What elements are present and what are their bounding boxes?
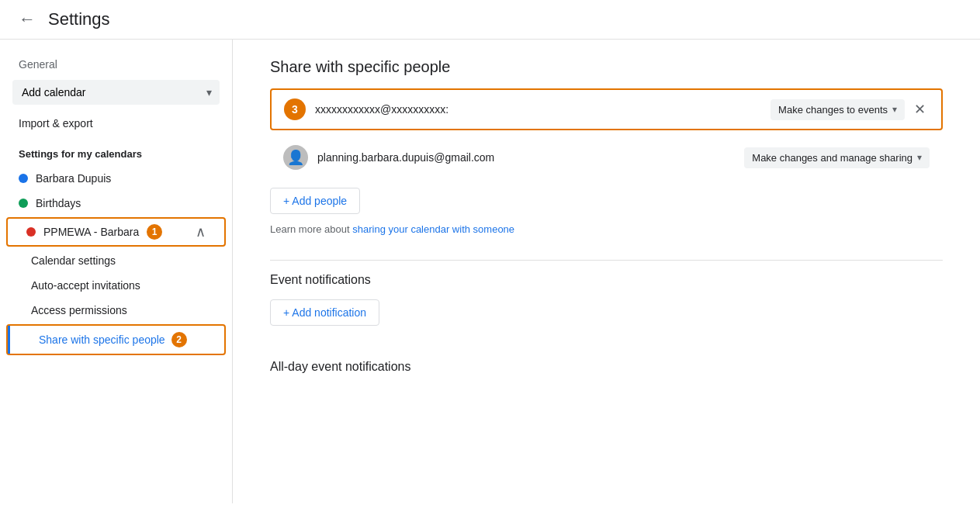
person1-permission-dropdown[interactable]: Make changes to events ▾ <box>770 99 905 120</box>
event-notifications-title: Event notifications <box>270 273 943 287</box>
chevron-down-icon-p1: ▾ <box>892 104 897 115</box>
share-specific-label: Share with specific people <box>39 333 165 346</box>
sidebar-sub-item-access-permissions[interactable]: Access permissions <box>0 298 232 323</box>
person1-email: xxxxxxxxxxxx@xxxxxxxxxx: <box>315 103 770 116</box>
add-calendar-dropdown[interactable]: Add calendar <box>12 80 220 105</box>
share-row-person2: 👤 planning.barbara.dupuis@gmail.com Make… <box>270 137 943 178</box>
badge-1: 1 <box>147 224 162 240</box>
sidebar-sub-item-auto-accept[interactable]: Auto-accept invitations <box>0 273 232 298</box>
share-row-person1: 3 xxxxxxxxxxxx@xxxxxxxxxx: Make changes … <box>270 88 943 130</box>
person1-close-button[interactable]: ✕ <box>911 98 929 121</box>
add-notification-label: + Add notification <box>283 306 366 319</box>
add-notification-button[interactable]: + Add notification <box>270 299 379 326</box>
main-content: Share with specific people 3 xxxxxxxxxxx… <box>233 40 980 503</box>
dot-icon-ppmewa <box>26 227 36 237</box>
sidebar: General Add calendar ▾ Import & export S… <box>0 40 233 503</box>
ppmewa-row-inner: PPMEWA - Barbara 1 <box>26 224 162 240</box>
sidebar-item-label-birthdays: Birthdays <box>36 197 81 209</box>
person1-permission-label: Make changes to events <box>778 104 888 116</box>
collapse-icon[interactable]: ∧ <box>196 223 206 240</box>
page-title: Settings <box>48 9 110 29</box>
sidebar-item-birthdays[interactable]: Birthdays <box>0 191 226 216</box>
add-people-label: + Add people <box>283 195 347 207</box>
sidebar-item-barbara[interactable]: Barbara Dupuis <box>0 166 226 191</box>
share-section-title: Share with specific people <box>270 58 943 76</box>
sidebar-item-share-specific-wrapper: Share with specific people 2 <box>6 324 226 355</box>
section-divider <box>270 260 943 261</box>
learn-more-text: Learn more about sharing your calendar w… <box>270 223 943 235</box>
header: ← Settings <box>0 0 980 40</box>
import-export-item[interactable]: Import & export <box>0 111 232 136</box>
dot-icon-barbara <box>19 174 28 183</box>
settings-for-label: Settings for my calendars <box>0 142 232 166</box>
chevron-down-icon-p2: ▾ <box>917 152 922 163</box>
add-calendar-wrapper: Add calendar ▾ <box>12 80 220 105</box>
dot-icon-birthdays <box>19 199 28 208</box>
add-people-button[interactable]: + Add people <box>270 188 360 214</box>
layout: General Add calendar ▾ Import & export S… <box>0 40 980 503</box>
avatar-person2: 👤 <box>283 145 308 170</box>
back-button[interactable]: ← <box>19 9 36 29</box>
sidebar-sub-item-calendar-settings[interactable]: Calendar settings <box>0 248 232 273</box>
sidebar-item-ppmewa[interactable]: PPMEWA - Barbara 1 ∧ <box>6 217 226 247</box>
person2-permission-dropdown[interactable]: Make changes and manage sharing ▾ <box>744 147 930 168</box>
learn-more-link[interactable]: sharing your calendar with someone <box>352 223 514 235</box>
sidebar-item-label-barbara: Barbara Dupuis <box>36 172 111 185</box>
all-day-title: All-day event notifications <box>270 360 943 374</box>
sidebar-sub-item-share-specific[interactable]: Share with specific people 2 <box>8 326 224 354</box>
sidebar-item-label-ppmewa: PPMEWA - Barbara <box>43 226 139 238</box>
badge-2: 2 <box>171 332 187 347</box>
general-label: General <box>0 52 232 77</box>
person2-permission-label: Make changes and manage sharing <box>752 152 912 164</box>
badge-3: 3 <box>284 98 306 120</box>
person2-email: planning.barbara.dupuis@gmail.com <box>317 151 744 164</box>
person-icon: 👤 <box>287 149 304 166</box>
